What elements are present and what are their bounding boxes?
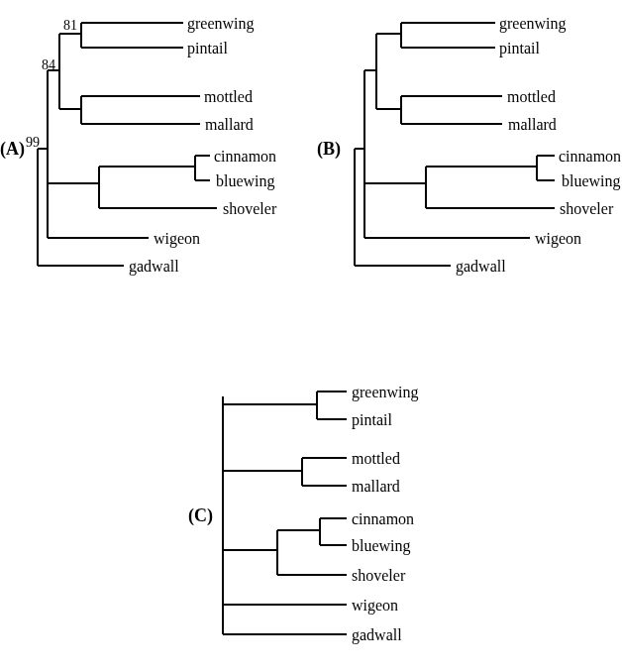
taxon-a-pintail: pintail [187,40,228,57]
taxon-c-shoveler: shoveler [352,567,405,585]
panel-label-a: (A) [0,139,25,160]
taxon-b-wigeon: wigeon [535,230,581,248]
taxon-a-gadwall: gadwall [129,258,179,276]
taxon-a-bluewing: bluewing [216,172,275,190]
taxon-b-bluewing: bluewing [562,172,621,190]
taxon-c-wigeon: wigeon [352,597,398,615]
taxon-b-mallard: mallard [508,116,557,134]
taxon-b-shoveler: shoveler [560,200,613,218]
taxon-a-cinnamon: cinnamon [214,148,276,166]
taxon-b-gadwall: gadwall [456,258,506,276]
taxon-a-wigeon: wigeon [154,230,200,248]
taxon-a-mottled: mottled [204,88,253,106]
panel-label-c: (C) [188,505,213,526]
taxon-a-greenwing: greenwing [187,15,255,33]
taxon-c-mottled: mottled [352,450,400,468]
taxon-c-pintail: pintail [352,411,392,429]
bootstrap-84: 84 [42,57,55,73]
taxon-a-mallard: mallard [205,116,254,134]
panel-label-b: (B) [317,139,341,160]
taxon-c-gadwall: gadwall [352,626,402,644]
taxon-c-mallard: mallard [352,478,400,496]
taxon-b-cinnamon: cinnamon [559,148,621,166]
taxon-b-greenwing: greenwing [499,15,567,33]
bootstrap-81: 81 [63,18,77,34]
bootstrap-99: 99 [26,135,40,151]
taxon-c-bluewing: bluewing [352,537,411,555]
taxon-c-cinnamon: cinnamon [352,510,414,528]
taxon-c-greenwing: greenwing [352,384,419,401]
taxon-b-mottled: mottled [507,88,556,106]
taxon-a-shoveler: shoveler [223,200,276,218]
taxon-b-pintail: pintail [499,40,540,57]
